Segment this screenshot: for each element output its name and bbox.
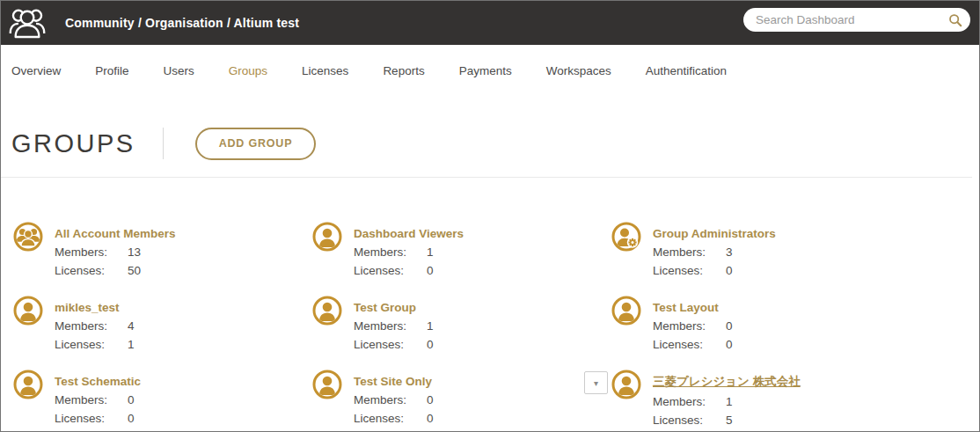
search-box [743, 8, 970, 32]
members-label: Members: [354, 317, 427, 335]
members-value: 0 [427, 393, 434, 406]
person-icon [312, 222, 342, 252]
licenses-label: Licenses: [55, 261, 128, 280]
licenses-label: Licenses: [354, 409, 427, 428]
chevron-down-icon: ▾ [594, 378, 598, 388]
licenses-label: Licenses: [55, 335, 128, 354]
members-value: 1 [427, 245, 434, 259]
tab-reports[interactable]: Reports [383, 64, 424, 77]
person-gear-icon [611, 222, 641, 252]
members-label: Members: [55, 243, 128, 261]
group-name-link[interactable]: mikles_test [55, 301, 120, 314]
group-name-link[interactable]: Dashboard Viewers [354, 227, 464, 240]
members-label: Members: [653, 392, 726, 411]
group-name-link[interactable]: Test Group [354, 301, 416, 314]
group-card: mikles_test Members:4 Licenses:1 [13, 296, 312, 370]
members-label: Members: [354, 391, 427, 409]
members-value: 3 [726, 245, 733, 259]
tab-overview[interactable]: Overview [11, 64, 61, 77]
licenses-value: 0 [427, 412, 434, 425]
members-value: 1 [427, 319, 434, 333]
licenses-label: Licenses: [55, 409, 128, 428]
tab-profile[interactable]: Profile [95, 64, 128, 77]
page-title-row: GROUPS ADD GROUP [1, 127, 979, 160]
members-label: Members: [55, 317, 128, 335]
group-options-dropdown[interactable]: ▾ [584, 371, 608, 394]
group-card: Test Schematic Members:0 Licenses:0 [13, 370, 312, 432]
group-card: 三菱プレシジョン 株式会社 Members:1 Licenses:5 [611, 370, 911, 432]
group-members-icon [13, 222, 43, 252]
tab-licenses[interactable]: Licenses [302, 64, 348, 77]
group-name-link[interactable]: Test Layout [653, 301, 719, 314]
person-icon [312, 370, 342, 399]
person-icon [312, 296, 342, 326]
groups-grid: All Account Members Members:13 Licenses:… [1, 178, 979, 432]
tab-authentification[interactable]: Authentification [646, 64, 727, 77]
members-label: Members: [653, 317, 726, 335]
person-icon [13, 296, 43, 326]
members-label: Members: [354, 243, 427, 261]
licenses-label: Licenses: [354, 335, 427, 354]
search-icon[interactable] [948, 13, 962, 27]
person-icon [611, 296, 641, 326]
licenses-value: 0 [726, 338, 733, 351]
person-icon [611, 370, 641, 399]
members-label: Members: [55, 391, 128, 409]
dashboard-window: Community / Organisation / Altium test O… [0, 0, 980, 432]
licenses-value: 5 [726, 414, 733, 427]
group-name-link[interactable]: Group Administrators [653, 227, 776, 240]
top-header-bar: Community / Organisation / Altium test [1, 1, 979, 45]
licenses-label: Licenses: [653, 261, 726, 280]
group-name-link[interactable]: Test Site Only [354, 375, 432, 388]
page-title: GROUPS [11, 129, 135, 158]
licenses-value: 0 [427, 264, 434, 277]
members-value: 0 [128, 393, 135, 406]
community-people-icon[interactable] [8, 5, 47, 40]
breadcrumb[interactable]: Community / Organisation / Altium test [65, 16, 299, 30]
group-name-link[interactable]: Test Schematic [55, 375, 141, 388]
group-name-link[interactable]: All Account Members [55, 227, 176, 240]
group-card: Dashboard Viewers Members:1 Licenses:0 [312, 222, 611, 296]
licenses-label: Licenses: [354, 261, 427, 280]
title-divider [163, 128, 164, 159]
group-card: Test Layout Members:0 Licenses:0 [611, 296, 911, 370]
members-value: 4 [128, 319, 135, 333]
members-value: 0 [726, 319, 733, 333]
licenses-value: 50 [128, 264, 141, 277]
members-value: 13 [128, 245, 141, 259]
licenses-value: 0 [427, 338, 434, 351]
tab-payments[interactable]: Payments [459, 64, 512, 77]
group-card: Test Group Members:1 Licenses:0 [312, 296, 611, 370]
licenses-value: 0 [128, 412, 135, 425]
tab-workspaces[interactable]: Workspaces [546, 64, 611, 77]
add-group-button[interactable]: ADD GROUP [195, 128, 317, 160]
licenses-value: 0 [726, 264, 733, 277]
group-card: All Account Members Members:13 Licenses:… [13, 222, 312, 296]
members-label: Members: [653, 243, 726, 261]
tab-groups[interactable]: Groups [229, 64, 267, 77]
group-card: Test Site Only Members:0 Licenses:0 [312, 370, 611, 432]
tab-users[interactable]: Users [164, 64, 194, 77]
group-name-link[interactable]: 三菱プレシジョン 株式会社 [653, 374, 801, 390]
licenses-label: Licenses: [653, 411, 726, 429]
licenses-label: Licenses: [653, 335, 726, 354]
person-icon [13, 370, 43, 399]
main-nav: Overview Profile Users Groups Licenses R… [1, 64, 979, 77]
members-value: 1 [726, 395, 733, 408]
search-input[interactable] [754, 12, 948, 27]
licenses-value: 1 [128, 338, 135, 351]
group-card: Group Administrators Members:3 Licenses:… [611, 222, 911, 296]
